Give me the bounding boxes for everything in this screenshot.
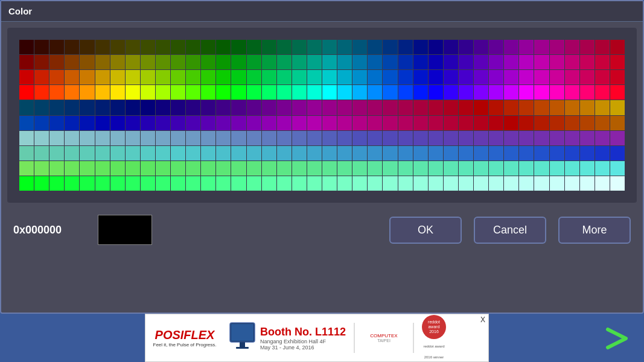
color-cell[interactable] [49,131,64,145]
color-cell[interactable] [595,85,610,100]
color-cell[interactable] [34,70,49,84]
color-cell[interactable] [65,40,79,54]
color-cell[interactable] [504,131,518,145]
color-cell[interactable] [565,70,579,84]
color-cell[interactable] [444,176,458,191]
color-cell[interactable] [534,131,549,145]
color-cell[interactable] [413,161,428,176]
color-cell[interactable] [156,100,170,115]
color-cell[interactable] [337,85,352,100]
color-cell[interactable] [216,55,231,69]
color-cell[interactable] [156,146,170,160]
color-cell[interactable] [156,85,170,100]
color-cell[interactable] [171,85,185,100]
color-cell[interactable] [49,176,64,191]
color-cell[interactable] [368,40,382,54]
color-cell[interactable] [247,40,261,54]
color-cell[interactable] [34,176,49,191]
color-cell[interactable] [352,116,367,130]
color-cell[interactable] [474,146,488,160]
color-cell[interactable] [580,85,595,100]
color-cell[interactable] [474,100,488,115]
color-cell[interactable] [201,131,215,145]
color-cell[interactable] [580,55,595,69]
color-cell[interactable] [429,116,443,130]
color-cell[interactable] [337,176,352,191]
color-cell[interactable] [186,100,200,115]
color-cell[interactable] [519,55,534,69]
color-cell[interactable] [95,176,110,191]
color-cell[interactable] [171,116,185,130]
color-cell[interactable] [337,161,352,176]
color-cell[interactable] [141,55,155,69]
color-cell[interactable] [49,161,64,176]
color-cell[interactable] [429,40,443,54]
color-cell[interactable] [383,176,397,191]
color-cell[interactable] [429,176,443,191]
color-cell[interactable] [262,146,276,160]
color-cell[interactable] [231,100,246,115]
color-cell[interactable] [307,40,322,54]
color-cell[interactable] [49,146,64,160]
color-cell[interactable] [383,146,397,160]
color-cell[interactable] [65,70,79,84]
color-cell[interactable] [595,40,610,54]
color-cell[interactable] [368,161,382,176]
color-cell[interactable] [95,131,110,145]
color-cell[interactable] [352,85,367,100]
color-cell[interactable] [550,131,564,145]
color-cell[interactable] [444,85,458,100]
color-cell[interactable] [216,85,231,100]
color-cell[interactable] [95,161,110,176]
color-cell[interactable] [156,70,170,84]
color-cell[interactable] [292,40,307,54]
color-cell[interactable] [322,40,337,54]
color-cell[interactable] [474,40,488,54]
color-cell[interactable] [126,85,140,100]
color-cell[interactable] [459,161,473,176]
color-cell[interactable] [429,55,443,69]
color-cell[interactable] [550,40,564,54]
color-cell[interactable] [126,100,140,115]
color-cell[interactable] [80,100,94,115]
color-cell[interactable] [444,131,458,145]
color-cell[interactable] [126,176,140,191]
color-cell[interactable] [110,176,125,191]
color-cell[interactable] [459,55,473,69]
color-cell[interactable] [534,40,549,54]
color-cell[interactable] [398,40,413,54]
color-cell[interactable] [171,70,185,84]
color-cell[interactable] [610,40,625,54]
color-cell[interactable] [80,131,94,145]
color-cell[interactable] [534,100,549,115]
color-cell[interactable] [565,131,579,145]
color-cell[interactable] [247,161,261,176]
color-cell[interactable] [292,176,307,191]
color-cell[interactable] [19,146,34,160]
color-cell[interactable] [277,70,292,84]
color-cell[interactable] [277,176,292,191]
color-cell[interactable] [398,116,413,130]
color-cell[interactable] [595,146,610,160]
color-cell[interactable] [610,116,625,130]
color-cell[interactable] [171,161,185,176]
color-cell[interactable] [595,131,610,145]
color-cell[interactable] [216,40,231,54]
color-cell[interactable] [80,85,94,100]
color-cell[interactable] [368,176,382,191]
color-cell[interactable] [80,55,94,69]
color-cell[interactable] [610,161,625,176]
color-cell[interactable] [429,85,443,100]
color-cell[interactable] [307,146,322,160]
color-cell[interactable] [110,70,125,84]
color-cell[interactable] [580,100,595,115]
color-cell[interactable] [519,70,534,84]
color-cell[interactable] [126,70,140,84]
color-cell[interactable] [550,100,564,115]
color-cell[interactable] [352,70,367,84]
color-cell[interactable] [65,176,79,191]
color-cell[interactable] [110,85,125,100]
color-cell[interactable] [459,131,473,145]
color-cell[interactable] [337,131,352,145]
color-cell[interactable] [186,55,200,69]
